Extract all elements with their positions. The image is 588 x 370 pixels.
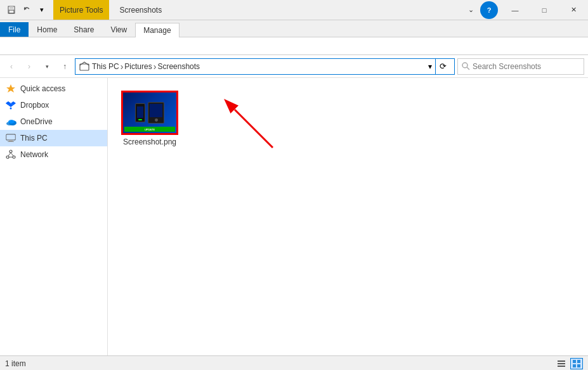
main-area: Quick access Dropbox OneDrive This PC Ne… [0,78,588,355]
svg-rect-27 [577,360,580,363]
view-toggle-buttons [555,358,583,369]
svg-point-18 [13,156,15,158]
sidebar-item-dropbox[interactable]: Dropbox [0,97,107,113]
svg-rect-23 [558,360,565,362]
search-input[interactable] [473,62,574,71]
nav-up[interactable]: ↑ [57,59,72,74]
arrow-annotation [222,97,285,162]
svg-rect-4 [80,64,89,70]
qat-undo[interactable] [20,4,33,16]
file-name: Screenshot.png [123,137,176,146]
picture-tools-label: Picture Tools [53,0,109,20]
app-title: Screenshots [109,0,172,20]
tab-manage[interactable]: Manage [135,23,179,37]
svg-rect-26 [573,360,576,363]
svg-point-8 [10,108,12,110]
address-bar: ‹ › ▾ ↑ This PC Pictures Screenshots ▾ ⟳ [0,55,588,78]
svg-rect-24 [558,363,565,364]
svg-point-17 [6,156,9,158]
svg-rect-25 [558,366,565,367]
svg-rect-29 [577,364,580,367]
help-area: ⌄ ? [461,0,498,20]
minimize-btn[interactable]: — [500,0,530,20]
sidebar-item-network[interactable]: Network [0,146,107,163]
svg-rect-15 [8,141,14,142]
tab-share[interactable]: Share [65,22,102,37]
status-item-count: 1 item [5,359,26,368]
tab-view[interactable]: View [102,22,135,37]
dropbox-icon [5,99,16,111]
address-dropdown-btn[interactable]: ▾ [425,58,435,75]
details-view-btn[interactable] [555,358,568,369]
network-icon [5,149,16,160]
status-bar: 1 item [0,355,588,370]
qat-dropdown[interactable]: ▾ [36,4,48,16]
sidebar: Quick access Dropbox OneDrive This PC Ne… [0,78,108,355]
svg-rect-1 [10,6,13,9]
help-btn[interactable]: ? [480,1,498,19]
svg-line-6 [467,67,469,70]
sidebar-item-this-pc[interactable]: This PC [0,130,107,146]
svg-rect-13 [6,135,15,139]
onedrive-icon [5,116,16,127]
ribbon-tab-row: File Home Share View Manage [0,20,588,37]
tab-file[interactable]: File [0,22,29,37]
ribbon-tabs: Picture Tools Screenshots [53,0,172,20]
close-btn[interactable]: ✕ [559,0,588,20]
svg-marker-7 [6,84,15,92]
star-icon [5,83,16,94]
file-area: UPDATE Screenshot.png [108,78,588,355]
svg-rect-14 [9,140,13,141]
sep1 [121,61,124,72]
title-bar-left: ▾ [0,0,53,20]
svg-point-16 [10,150,12,153]
svg-point-11 [8,120,15,124]
svg-line-20 [11,153,13,156]
ribbon-expand-btn[interactable]: ⌄ [461,0,480,20]
nav-back[interactable]: ‹ [4,59,19,74]
ribbon-content [0,37,588,54]
search-box [457,58,584,75]
sep2 [154,61,157,72]
svg-rect-2 [9,10,14,13]
nav-dropdown[interactable]: ▾ [39,59,55,74]
svg-point-5 [462,63,467,68]
file-item-screenshot[interactable]: UPDATE Screenshot.png [118,88,181,149]
address-refresh-btn[interactable]: ⟳ [435,58,450,75]
sidebar-item-onedrive[interactable]: OneDrive [0,113,107,130]
window-controls: — □ ✕ [500,0,588,20]
svg-line-19 [8,153,11,156]
qat-save[interactable] [5,4,18,16]
svg-rect-28 [573,364,576,367]
title-bar: ▾ Picture Tools Screenshots ⌄ ? — □ ✕ [0,0,588,20]
file-thumbnail: UPDATE [121,91,178,135]
tab-home[interactable]: Home [29,22,65,37]
this-pc-icon [5,132,16,144]
maximize-btn[interactable]: □ [530,0,559,20]
file-thumb-inner: UPDATE [123,92,176,133]
large-icons-view-btn[interactable] [570,358,583,369]
address-breadcrumb[interactable]: This PC Pictures Screenshots ▾ ⟳ [75,58,455,75]
sidebar-item-quick-access[interactable]: Quick access [0,80,107,97]
ribbon: File Home Share View Manage [0,20,588,55]
nav-forward[interactable]: › [22,59,37,74]
